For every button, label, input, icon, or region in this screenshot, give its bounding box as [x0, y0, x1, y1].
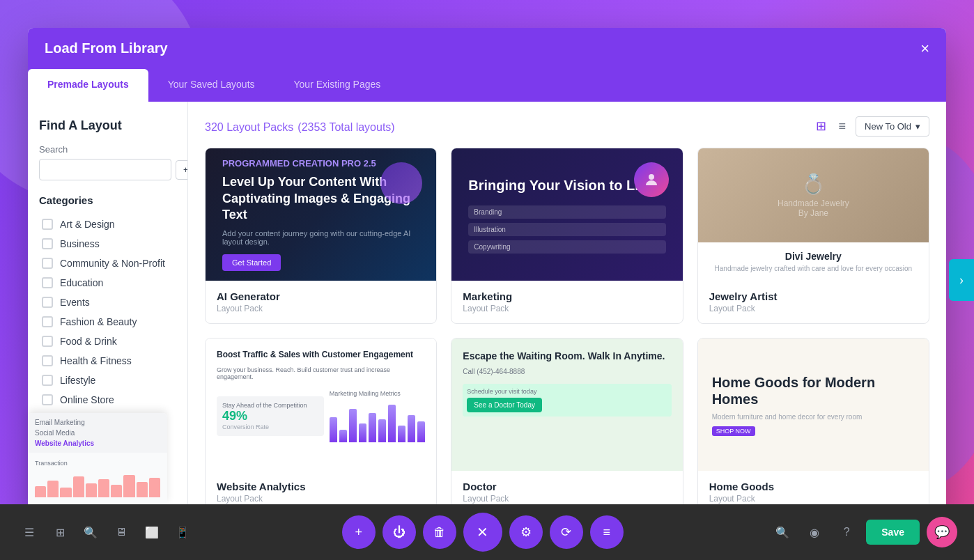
category-item-online-store[interactable]: Online Store	[39, 390, 176, 410]
card-type-ai: Layout Pack	[217, 304, 425, 313]
main-content: 320 Layout Packs (2353 Total layouts) ⊞ …	[188, 102, 946, 532]
category-checkbox-art[interactable]	[42, 219, 53, 230]
toolbar-menu-icon[interactable]: ☰	[17, 520, 42, 545]
card-marketing-content: Bringing Your Vision to Life Branding Il…	[451, 148, 682, 281]
doctor-cta-button[interactable]: See a Doctor Today	[467, 398, 542, 412]
card-ai-sub: Add your content journey going with our …	[222, 229, 419, 246]
category-item-food[interactable]: Food & Drink	[39, 332, 176, 351]
grid-view-icon[interactable]: ⊞	[813, 116, 829, 137]
analytics-chart-area: Marketing Mailing Metrics	[330, 390, 426, 442]
category-item-community[interactable]: Community & Non-Profit	[39, 254, 176, 273]
list-view-icon[interactable]: ≡	[836, 116, 849, 137]
toolbar-tablet-icon[interactable]: ⬜	[139, 520, 164, 545]
filter-button[interactable]: + Filter	[176, 160, 188, 180]
content-header: 320 Layout Packs (2353 Total layouts) ⊞ …	[188, 102, 946, 148]
toolbar-right: 🔍 ◉ ? Save 💬	[770, 517, 957, 547]
homegoods-sub: Modern furniture and home decor for ever…	[712, 413, 915, 421]
analytics-chart-label: Marketing Mailing Metrics	[330, 390, 426, 397]
card-marketing-avatar	[634, 162, 669, 197]
side-preview-nav: Email Marketing Social Media Website Ana…	[28, 413, 167, 453]
category-item-art[interactable]: Art & Design	[39, 215, 176, 234]
category-checkbox-fashion[interactable]	[42, 316, 53, 327]
card-ai-content: PROGRAMMED CREATION PRO 2.5 Level Up You…	[206, 148, 436, 281]
toolbar-history-button[interactable]: ⟳	[550, 515, 583, 549]
card-type-homegoods: Layout Pack	[709, 494, 918, 504]
card-jewelry-desc: Handmade jewelry crafted with care and l…	[709, 265, 918, 272]
side-nav-item-email[interactable]: Email Marketing	[35, 417, 160, 428]
side-nav-item-analytics[interactable]: Website Analytics	[35, 438, 160, 449]
category-checkbox-community[interactable]	[42, 258, 53, 269]
save-button[interactable]: Save	[866, 520, 920, 545]
modal-tabs: Premade Layouts Your Saved Layouts Your …	[28, 69, 946, 102]
card-ai-btn[interactable]: Get Started	[222, 254, 281, 271]
toolbar-mobile-icon[interactable]: 📱	[170, 520, 195, 545]
card-name-doctor: Doctor	[463, 481, 671, 492]
sort-dropdown[interactable]: New To Old ▾	[856, 116, 929, 137]
tab-premade-layouts[interactable]: Premade Layouts	[28, 69, 148, 102]
category-checkbox-lifestyle[interactable]	[42, 375, 53, 386]
category-item-lifestyle[interactable]: Lifestyle	[39, 371, 176, 390]
category-checkbox-health[interactable]	[42, 355, 53, 366]
toolbar-add-button[interactable]: +	[342, 515, 376, 549]
card-preview-doctor: Escape the Waiting Room. Walk In Anytime…	[451, 339, 682, 471]
homegoods-title: Home Goods for Modern Homes	[712, 374, 915, 407]
chat-button[interactable]: 💬	[927, 517, 957, 547]
card-name-jewelry: Jewelry Artist	[709, 290, 918, 302]
card-preview-jewelry: 💍 Handmade JewelryBy Jane Divi Jewelry H…	[698, 148, 929, 281]
toolbar-desktop-icon[interactable]: 🖥	[109, 520, 134, 545]
search-input[interactable]	[39, 159, 171, 180]
card-doctor[interactable]: Escape the Waiting Room. Walk In Anytime…	[451, 338, 683, 514]
search-row: + Filter	[39, 159, 176, 180]
toolbar-settings-button[interactable]: ⚙	[509, 515, 543, 549]
card-preview-marketing: Bringing Your Vision to Life Branding Il…	[451, 148, 682, 281]
card-ai-generator[interactable]: PROGRAMMED CREATION PRO 2.5 Level Up You…	[205, 148, 437, 324]
card-home-goods[interactable]: Home Goods for Modern Homes Modern furni…	[697, 338, 929, 514]
tab-saved-layouts[interactable]: Your Saved Layouts	[148, 69, 275, 102]
analytics-metric-box: Stay Ahead of the Competition 49% Conver…	[217, 396, 324, 436]
category-item-events[interactable]: Events	[39, 293, 176, 312]
svg-point-0	[649, 174, 654, 180]
toolbar-layers-button[interactable]: ≡	[590, 515, 624, 549]
nav-arrow-right[interactable]: ›	[949, 259, 974, 301]
toolbar-search-icon[interactable]: 🔍	[78, 520, 103, 545]
card-marketing[interactable]: Bringing Your Vision to Life Branding Il…	[451, 148, 683, 324]
category-item-health[interactable]: Health & Fitness	[39, 351, 176, 371]
layouts-grid: PROGRAMMED CREATION PRO 2.5 Level Up You…	[188, 148, 946, 532]
category-item-business[interactable]: Business	[39, 234, 176, 254]
toolbar-layers2-icon[interactable]: ◉	[802, 520, 827, 545]
category-item-education[interactable]: Education	[39, 273, 176, 293]
toolbar-power-button[interactable]: ⏻	[382, 515, 416, 549]
category-checkbox-food[interactable]	[42, 336, 53, 347]
tab-existing-pages[interactable]: Your Existing Pages	[275, 69, 401, 102]
card-type-jewelry: Layout Pack	[709, 304, 918, 313]
card-jewelry-brand: Divi Jewelry	[709, 251, 918, 262]
card-preview-ai: PROGRAMMED CREATION PRO 2.5 Level Up You…	[206, 148, 436, 281]
sidebar-title: Find A Layout	[39, 118, 176, 133]
toolbar-zoom-icon[interactable]: 🔍	[770, 520, 795, 545]
side-chart-label: Transaction	[35, 460, 160, 467]
toolbar-left: ☰ ⊞ 🔍 🖥 ⬜ 📱	[17, 520, 195, 545]
card-website-analytics[interactable]: Boost Traffic & Sales with Customer Enga…	[205, 338, 437, 514]
toolbar-delete-button[interactable]: 🗑	[423, 515, 456, 549]
modal-close-button[interactable]: ×	[920, 41, 929, 56]
card-jewelry-artist[interactable]: 💍 Handmade JewelryBy Jane Divi Jewelry H…	[697, 148, 929, 324]
card-name-homegoods: Home Goods	[709, 481, 918, 492]
toolbar-close-button[interactable]: ✕	[463, 513, 502, 552]
category-checkbox-events[interactable]	[42, 297, 53, 308]
toolbar-grid-icon[interactable]: ⊞	[47, 520, 72, 545]
card-marketing-item-branding: Branding	[468, 205, 665, 219]
category-checkbox-business[interactable]	[42, 238, 53, 249]
card-jewelry-bottom: Divi Jewelry Handmade jewelry crafted wi…	[698, 242, 929, 281]
toolbar-help-icon[interactable]: ?	[834, 520, 859, 545]
card-type-doctor: Layout Pack	[463, 494, 671, 504]
category-checkbox-education[interactable]	[42, 277, 53, 288]
toolbar-center: + ⏻ 🗑 ✕ ⚙ ⟳ ≡	[342, 513, 624, 552]
card-homegoods-content: Home Goods for Modern Homes Modern furni…	[698, 339, 929, 471]
card-jewelry-top: 💍 Handmade JewelryBy Jane	[698, 148, 929, 242]
category-checkbox-online-store[interactable]	[42, 394, 53, 405]
card-jewelry-placeholder: 💍 Handmade JewelryBy Jane	[698, 148, 929, 242]
doctor-card-sub: Schedule your visit today	[467, 388, 667, 395]
card-type-marketing: Layout Pack	[463, 304, 671, 313]
category-item-fashion[interactable]: Fashion & Beauty	[39, 312, 176, 332]
side-nav-item-social[interactable]: Social Media	[35, 428, 160, 438]
